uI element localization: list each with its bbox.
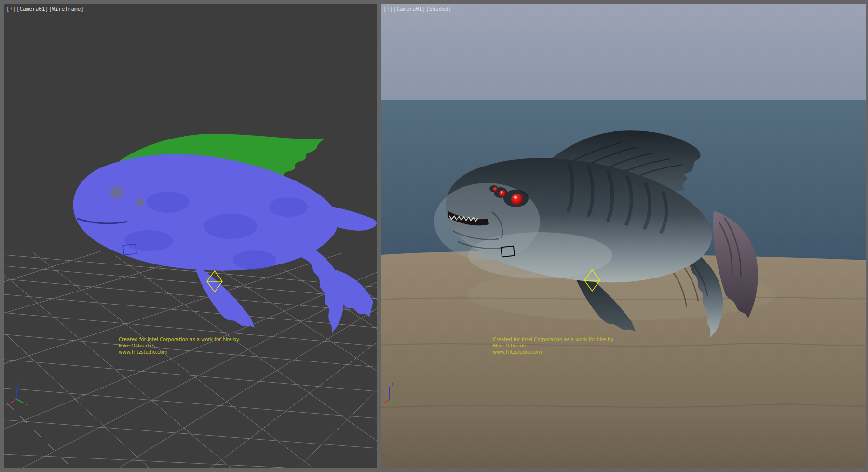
red-eye-small: [493, 187, 498, 192]
eye-glint-large: [514, 196, 517, 199]
viewport-menu-shading[interactable]: [Wireframe]: [49, 6, 84, 12]
viewport-menu-shading[interactable]: [Shaded]: [426, 6, 451, 12]
axis-label-x: x: [5, 403, 8, 407]
viewport-label-left: [+][Camera01][Wireframe]: [6, 6, 84, 12]
axis-label-y: y: [399, 403, 402, 407]
shaded-scene: z x y: [381, 4, 866, 468]
watermark-line3: www.fritzstudio.com: [119, 349, 241, 355]
watermark-line2: Mike O'Rourke: [493, 343, 615, 349]
viewport-label-right: [+][Camera01][Shaded]: [383, 6, 452, 12]
viewport-shaded[interactable]: [+][Camera01][Shaded]: [381, 4, 866, 468]
eye-left-small: [136, 198, 144, 207]
axis-label-y: y: [26, 403, 28, 407]
viewport-menu-general[interactable]: [+]: [6, 6, 16, 12]
viewport-wireframe[interactable]: [+][Camera01][Wireframe]: [4, 4, 377, 468]
eye-left-large: [110, 186, 123, 199]
watermark-line1: Created for Intel Corporation as a work …: [119, 336, 241, 343]
viewport-menu-camera[interactable]: [Camera01]: [16, 6, 48, 12]
watermark: Created for Intel Corporation as a work …: [493, 336, 615, 355]
eye-glint-medium: [501, 191, 502, 193]
red-eye-large: [511, 194, 523, 205]
watermark-line3: www.fritzstudio.com: [493, 349, 615, 355]
watermark: Created for Intel Corporation as a work …: [119, 336, 241, 355]
watermark-line1: Created for Intel Corporation as a work …: [493, 336, 615, 343]
dual-viewport-stage: [+][Camera01][Wireframe]: [0, 0, 868, 472]
wireframe-scene: z x y: [4, 4, 377, 468]
viewport-menu-camera[interactable]: [Camera01]: [393, 6, 425, 12]
viewport-menu-general[interactable]: [+]: [383, 6, 393, 12]
axis-label-z: z: [391, 382, 393, 387]
axis-label-z: z: [18, 382, 20, 387]
sky: [381, 4, 866, 100]
red-eye-medium: [499, 190, 506, 197]
watermark-line2: Mike O'Rourke: [119, 343, 241, 349]
axis-tripod: z x y: [5, 382, 28, 407]
